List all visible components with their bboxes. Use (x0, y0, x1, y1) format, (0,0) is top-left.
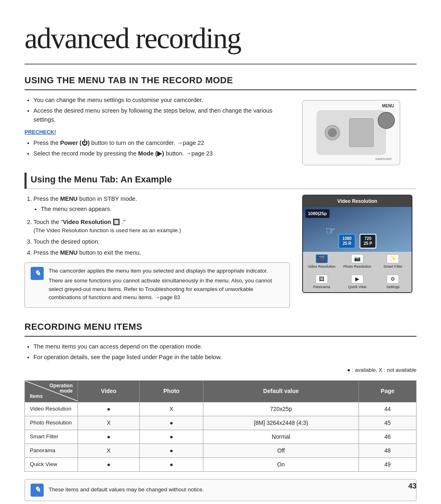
step-2: Touch the "Video Resolution 🔲 ." (The Vi… (33, 218, 290, 235)
col-header-video: Video (78, 381, 140, 402)
cell-page: 45 (359, 416, 416, 430)
video-ui-icon-bar-2: 🖼 Panorama ▶ Quick View ⚙ Settings (303, 272, 412, 293)
page-title: advanced recording (24, 16, 416, 64)
touch-indicator: ☞ (325, 222, 336, 240)
cell-photo: ● (140, 457, 203, 471)
list-item: The menu items you can access depend on … (33, 342, 416, 351)
cell-photo: ● (140, 416, 203, 430)
quick-view-icon: ▶ (351, 275, 363, 284)
cell-item: Photo Resolution (25, 416, 78, 430)
res-option-720[interactable]: 72025 P (360, 234, 376, 249)
section1-bullets: You can change the menu settings to cust… (24, 96, 290, 124)
table-header-items: Items (30, 394, 73, 399)
camera-image-area: MENU SAMSUNG (302, 96, 416, 165)
resolution-options: 108025 R 72025 P (339, 234, 376, 249)
video-ui-screenshot: Video Resolution 1080|25p ☞ 108025 R 720… (302, 195, 416, 313)
ui-icon-panorama[interactable]: 🖼 Panorama (305, 275, 339, 290)
ui-icon-quick-view[interactable]: ▶ Quick View (340, 275, 374, 290)
video-resolution-icon: 🎬 (316, 254, 328, 263)
cell-item: Smart Filter (25, 430, 78, 444)
cell-default: Normal (203, 430, 359, 444)
col-header-page: Page (359, 381, 416, 402)
page-number: 43 (408, 481, 416, 492)
ui-icon-smart-filter[interactable]: ✨ Smart Filter (376, 254, 410, 270)
cell-default: Off (203, 444, 359, 457)
panorama-icon: 🖼 (316, 275, 328, 284)
list-item: For operation details, see the page list… (33, 353, 416, 362)
section-menu-tab: USING THE MENU TAB IN THE RECORD MODE Yo… (24, 73, 416, 165)
table-row: Panorama X ● Off 48 (25, 444, 416, 457)
cell-item: Panorama (25, 444, 78, 457)
res-option-1080[interactable]: 108025 R (339, 234, 356, 249)
precheck-bullets: Press the Power (⏻) button to turn on th… (24, 139, 290, 158)
section3-heading: RECORDING MENU ITEMS (24, 320, 416, 337)
list-item: Access the desired menu screen by follow… (33, 107, 290, 124)
note-line-2: There are some functions you cannot acti… (49, 277, 284, 302)
ui-icon-video-resolution[interactable]: 🎬 Video Resolution (305, 254, 339, 270)
camera-menu-button (378, 112, 395, 129)
bottom-note-text: These items and default values may be ch… (49, 486, 204, 494)
cell-video: ● (78, 457, 140, 471)
section2-steps-area: Press the MENU button in STBY mode. The … (24, 195, 290, 313)
step-4: Press the MENU button to exit the menu. (33, 249, 290, 258)
section-recording-menu: RECORDING MENU ITEMS The menu items you … (24, 320, 416, 501)
list-item: Select the record mode by pressing the M… (33, 149, 290, 158)
table-row: Photo Resolution X ● [8M] 3264x2448 (4:3… (25, 416, 416, 430)
camera-screen (349, 118, 374, 147)
section1-content: You can change the menu settings to cust… (24, 96, 290, 165)
section3-bullets: The menu items you can access depend on … (24, 342, 416, 362)
availability-note: ● : available, X : not available (24, 366, 416, 374)
section1-heading: USING THE MENU TAB IN THE RECORD MODE (24, 73, 416, 90)
cell-photo: X (140, 402, 203, 416)
cell-video: X (78, 416, 140, 430)
col-header-photo: Photo (140, 381, 203, 402)
cell-photo: ● (140, 444, 203, 457)
cell-video: X (78, 444, 140, 457)
cell-item: Video Resolution (25, 402, 78, 416)
list-item: Press the Power (⏻) button to turn on th… (33, 139, 290, 148)
cell-default: 720x25p (203, 402, 359, 416)
resolution-badge: 1080|25p (305, 209, 330, 218)
note-box: ✎ The camcorder applies the menu item yo… (24, 262, 290, 308)
step-3: Touch the desired option. (33, 238, 290, 246)
camera-lens-icon (325, 125, 340, 140)
camera-diagram: MENU SAMSUNG (302, 100, 400, 165)
section-menu-example: Using the Menu Tab: An Example Press the… (24, 173, 416, 313)
steps-list: Press the MENU button in STBY mode. The … (24, 195, 290, 258)
camera-brand-label: SAMSUNG (375, 157, 392, 162)
photo-resolution-icon: 📷 (351, 254, 363, 263)
cell-page: 44 (359, 402, 416, 416)
video-resolution-ui: Video Resolution 1080|25p ☞ 108025 R 720… (302, 195, 412, 293)
settings-icon: ⚙ (387, 275, 399, 284)
video-ui-header-label: Video Resolution (303, 195, 412, 207)
video-ui-screen: 1080|25p ☞ 108025 R 72025 P (303, 207, 412, 252)
cell-page: 49 (359, 457, 416, 471)
precheck-label: PRECHECK! (24, 128, 290, 136)
note-icon: ✎ (31, 267, 44, 280)
table-row: Smart Filter ● ● Normal 46 (25, 430, 416, 444)
note-content: The camcorder applies the menu item you … (49, 267, 284, 303)
cell-video: ● (78, 402, 140, 416)
table-row: Quick View ● ● On 49 (25, 457, 416, 471)
section2-heading: Using the Menu Tab: An Example (24, 173, 416, 189)
bottom-note-icon: ✎ (31, 484, 44, 497)
cell-item: Quick View (25, 457, 78, 471)
ui-icon-settings[interactable]: ⚙ Settings (376, 275, 410, 290)
note-line-1: The camcorder applies the menu item you … (49, 267, 284, 275)
cell-video: ● (78, 430, 140, 444)
smart-filter-icon: ✨ (387, 254, 399, 263)
step-1-sub: The menu screen appears. (41, 205, 290, 214)
bottom-note: ✎ These items and default values may be … (24, 479, 416, 501)
camera-menu-label: MENU (382, 103, 394, 109)
camera-body (316, 110, 386, 155)
list-item: You can change the menu settings to cust… (33, 96, 290, 105)
step-1: Press the MENU button in STBY mode. The … (33, 195, 290, 214)
ui-icon-photo-resolution[interactable]: 📷 Photo Resolution (340, 254, 374, 270)
video-ui-icon-bar: 🎬 Video Resolution 📷 Photo Resolution ✨ … (303, 252, 412, 272)
camera-lens-inner (328, 128, 337, 137)
col-header-default: Default value (203, 381, 359, 402)
cell-default: On (203, 457, 359, 471)
cell-page: 46 (359, 430, 416, 444)
table-header-diagonal: Operationmode Items (25, 381, 78, 402)
recording-menu-table: Operationmode Items Video Photo Default … (24, 380, 416, 472)
